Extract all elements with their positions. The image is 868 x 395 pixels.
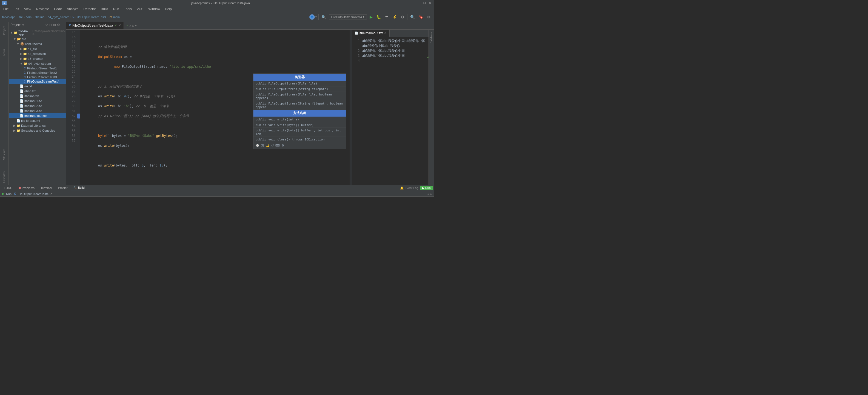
tree-d1-file[interactable]: ▶ 📁 d1_file bbox=[9, 46, 66, 51]
warning-up-arrow[interactable]: ∧ bbox=[132, 24, 134, 27]
tree-itheima01-txt[interactable]: 📄 itheima01.txt bbox=[9, 98, 66, 104]
tree-scratches[interactable]: ▶ 📁 Scratches and Consoles bbox=[9, 128, 66, 133]
breadcrumb-src[interactable]: src bbox=[19, 16, 23, 19]
favorites-side-tab[interactable]: Favorites bbox=[2, 169, 7, 185]
method-item-4[interactable]: public void close() throws IOException bbox=[253, 137, 346, 142]
menu-code[interactable]: Code bbox=[52, 7, 64, 11]
user-avatar[interactable]: 👤 bbox=[309, 14, 315, 20]
menu-view[interactable]: View bbox=[22, 7, 33, 11]
run-next-btn[interactable]: » bbox=[430, 192, 432, 196]
database-tab[interactable]: Database bbox=[429, 30, 434, 46]
txt-tab-close[interactable]: ✕ bbox=[384, 31, 386, 35]
menu-run[interactable]: Run bbox=[111, 7, 121, 11]
constructor-item-2[interactable]: public FileOutputStream(String filepath) bbox=[253, 86, 346, 92]
tree-abab-txt[interactable]: 📄 abab.txt bbox=[9, 89, 66, 93]
txt-tabs: 📄 itheima04out.txt ✕ bbox=[352, 30, 429, 37]
run-header: ▶ Run: C FileOutputStreamTest4 ✕ « » bbox=[0, 191, 434, 197]
hide-btn[interactable]: — bbox=[61, 23, 64, 27]
scroll-markers[interactable] bbox=[350, 30, 352, 185]
method-item-3[interactable]: public void write(byte[] buffer , int po… bbox=[253, 128, 346, 137]
tab-java[interactable]: C FileOutputStreamTest4.java ✓ ✕ bbox=[66, 22, 124, 29]
tab-build[interactable]: 🔨 Build bbox=[71, 186, 87, 190]
breadcrumb-main[interactable]: main bbox=[113, 16, 120, 19]
menu-vcs[interactable]: VCS bbox=[134, 7, 146, 11]
tree-file-output-4[interactable]: C FileOutputStreamTest4 bbox=[9, 79, 66, 84]
search-everywhere-btn[interactable]: 🔍 bbox=[320, 14, 327, 20]
event-log-btn[interactable]: 🔔 Event Log bbox=[400, 186, 418, 190]
settings-btn[interactable]: ⚙ bbox=[57, 23, 60, 27]
breadcrumb-itheima[interactable]: itheima bbox=[35, 16, 44, 19]
menu-build[interactable]: Build bbox=[99, 7, 111, 11]
constructor-item-4[interactable]: public FileOutputStream(String filepath,… bbox=[253, 101, 346, 110]
minimize-button[interactable]: — bbox=[417, 1, 421, 5]
tree-file-input-3[interactable]: C FileInputStreamTest3 bbox=[9, 75, 66, 79]
coverage-btn[interactable]: ☂ bbox=[384, 14, 390, 20]
java-tab-close[interactable]: ✕ bbox=[118, 24, 121, 27]
tab-todo[interactable]: TODO bbox=[1, 186, 16, 190]
tree-itheima02-txt[interactable]: 📄 itheima02.txt bbox=[9, 104, 66, 108]
tree-file-input-1[interactable]: C FileInputStreamTest1 bbox=[9, 66, 66, 70]
tree-src[interactable]: ▼ 📂 src bbox=[9, 36, 66, 41]
profile-btn[interactable]: ⚡ bbox=[391, 14, 398, 20]
method-item-1[interactable]: public void write(int a) bbox=[253, 117, 346, 122]
expand-all-btn[interactable]: ⊞ bbox=[53, 23, 56, 27]
learn-side-tab[interactable]: Learn bbox=[2, 47, 7, 58]
breadcrumb-file-io-app[interactable]: file-io-app bbox=[2, 16, 16, 19]
menu-tools[interactable]: Tools bbox=[122, 7, 134, 11]
code-line-17: OutputStream os = bbox=[82, 54, 347, 59]
debug-btn[interactable]: 🐛 bbox=[375, 14, 382, 20]
close-button[interactable]: ✕ bbox=[428, 1, 432, 5]
ext-arrow: ▶ bbox=[13, 124, 16, 128]
code-editor[interactable]: 15 16 17 18 19 20 21 22 23 24 25 26 27 2… bbox=[66, 30, 352, 185]
menu-help[interactable]: Help bbox=[163, 7, 174, 11]
tree-external-libs[interactable]: ▶ 📁 External Libraries bbox=[9, 123, 66, 128]
tree-aa-txt[interactable]: 📄 aa.txt bbox=[9, 84, 66, 89]
search-icon[interactable]: 🔍 bbox=[409, 14, 416, 20]
ime-moon: 🌙 bbox=[266, 144, 270, 147]
tree-file-input-2[interactable]: C FileInputStreamTest2 bbox=[9, 70, 66, 75]
tree-d2-recursion[interactable]: ▶ 📁 d2_recursion bbox=[9, 51, 66, 56]
sync-btn[interactable]: ⟳ bbox=[45, 23, 48, 27]
tree-itheima-txt[interactable]: 📄 itheima.txt bbox=[9, 93, 66, 98]
bookmark-icon[interactable]: 🔖 bbox=[417, 14, 425, 20]
tree-d3-charset[interactable]: ▶ 📁 d3_charset bbox=[9, 56, 66, 61]
structure-side-tab[interactable]: Structure bbox=[2, 146, 7, 162]
tree-iml-file[interactable]: 📄 file-io-app.iml bbox=[9, 118, 66, 123]
tree-itheima04out-txt[interactable]: 📄 itheima04out.txt bbox=[9, 113, 66, 118]
tab-problems[interactable]: Problems bbox=[16, 186, 37, 190]
breakpoint-marker[interactable] bbox=[77, 114, 80, 118]
maximize-button[interactable]: ❐ bbox=[423, 1, 426, 5]
menu-file[interactable]: File bbox=[1, 7, 11, 11]
constructor-item-3[interactable]: public FileOutputStream(File file, boole… bbox=[253, 92, 346, 101]
breadcrumb-class[interactable]: FileOutputStreamTest4 bbox=[75, 16, 106, 19]
tree-com-itheima[interactable]: ▼ 📦 com.itheima bbox=[9, 41, 66, 46]
tree-itheima03-txt[interactable]: 📄 itheima03.txt bbox=[9, 108, 66, 113]
tab-txt[interactable]: 📄 itheima04out.txt ✕ bbox=[352, 30, 390, 37]
tab-profiler[interactable]: Profiler bbox=[55, 186, 70, 190]
more-run-btn[interactable]: ⚙ bbox=[400, 14, 405, 20]
tree-d4-byte-stream[interactable]: ▼ 📂 d4_byte_stream bbox=[9, 61, 66, 66]
run-result-btn[interactable]: ▶ Run bbox=[420, 186, 433, 190]
tab-terminal[interactable]: Terminal bbox=[38, 186, 55, 190]
menu-analyze[interactable]: Analyze bbox=[65, 7, 81, 11]
run-btn[interactable]: ▶ bbox=[369, 14, 374, 20]
run-config-dropdown[interactable]: FileOutputStreamTest4 ▾ bbox=[329, 14, 367, 20]
menu-navigate[interactable]: Navigate bbox=[34, 7, 51, 11]
method-item-2[interactable]: public void write(byte[] buffer) bbox=[253, 122, 346, 128]
warning-down-arrow[interactable]: ∨ bbox=[135, 24, 137, 27]
constructor-item-1[interactable]: public FileOutputStream(File file) bbox=[253, 81, 346, 86]
tree-root[interactable]: ▼ 📁 file-io-app D:\code\javasepromax\fil… bbox=[9, 29, 66, 36]
project-side-tab[interactable]: Project bbox=[2, 24, 7, 37]
menu-window[interactable]: Window bbox=[146, 7, 162, 11]
settings-icon[interactable]: ⚙ bbox=[426, 14, 432, 20]
run-prev-btn[interactable]: « bbox=[427, 192, 429, 196]
menu-refactor[interactable]: Refactor bbox=[82, 7, 98, 11]
menu-edit[interactable]: Edit bbox=[11, 7, 21, 11]
breadcrumb-com[interactable]: com bbox=[26, 16, 32, 19]
breadcrumb-d4[interactable]: d4_byte_stream bbox=[48, 16, 69, 19]
txt-content[interactable]: 1 ab我爱你中国abc我爱你中国ab我爱你中国abc我爱你中国ab 我爱你 2… bbox=[352, 37, 429, 185]
user-dropdown-arrow[interactable]: ▾ bbox=[315, 16, 317, 18]
collapse-all-btn[interactable]: ⊟ bbox=[49, 23, 52, 27]
run-tab-close[interactable]: ✕ bbox=[50, 192, 53, 196]
com-folder-icon: 📦 bbox=[20, 42, 24, 46]
